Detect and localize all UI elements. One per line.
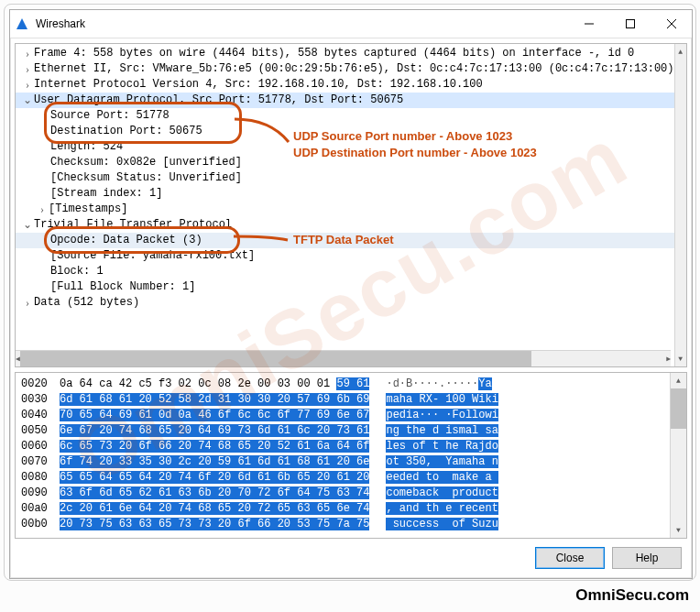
minimize-button[interactable] xyxy=(568,10,609,38)
details-scrollbar-horizontal[interactable]: ◀ ▶ xyxy=(16,350,671,366)
annotation-bubble-tftp xyxy=(44,226,240,254)
hex-offset: 0030 xyxy=(21,392,60,408)
details-scrollbar-vertical[interactable]: ▲ ▼ xyxy=(674,44,686,366)
tree-data[interactable]: ›Data (512 bytes) xyxy=(16,295,674,311)
hex-ascii: ng the d ismal sa xyxy=(386,423,498,439)
hex-line[interactable]: 00606c 65 73 20 6f 66 20 74 68 65 20 52 … xyxy=(21,439,670,454)
tree-tftp-block[interactable]: Block: 1 xyxy=(16,264,674,279)
hex-offset: 0080 xyxy=(21,470,60,486)
hex-scrollbar-vertical[interactable]: ▲ ▼ xyxy=(670,373,686,538)
chevron-down-icon[interactable]: ⌄ xyxy=(21,93,34,108)
packet-details-pane[interactable]: ›Frame 4: 558 bytes on wire (4464 bits),… xyxy=(15,43,687,367)
tree-text: Checksum: 0x082e [unverified] xyxy=(50,155,242,170)
hex-offset: 00a0 xyxy=(21,501,60,517)
annotation-tail-icon xyxy=(233,227,297,255)
hex-bytes: 65 65 64 65 64 20 74 6f 20 6d 61 6b 65 2… xyxy=(60,470,369,486)
chevron-down-icon[interactable]: ⌄ xyxy=(21,217,34,233)
hex-offset: 0070 xyxy=(21,454,60,470)
maximize-button[interactable] xyxy=(609,10,651,38)
hex-bytes: 20 73 75 63 63 65 73 73 20 6f 66 20 53 7… xyxy=(60,517,369,532)
tree-udp-stream-index[interactable]: [Stream index: 1] xyxy=(16,186,674,202)
scroll-down-icon[interactable]: ▼ xyxy=(675,351,686,366)
close-button[interactable] xyxy=(651,10,692,38)
tree-text: [Full Block Number: 1] xyxy=(50,279,195,295)
annotation-tail-icon xyxy=(234,110,298,156)
tree-udp-timestamps[interactable]: ›[Timestamps] xyxy=(16,202,674,217)
chevron-right-icon[interactable]: › xyxy=(21,46,34,61)
hex-line[interactable]: 008065 65 64 65 64 20 74 6f 20 6d 61 6b … xyxy=(21,470,670,486)
scroll-track[interactable] xyxy=(671,388,686,522)
titlebar: Wireshark xyxy=(10,10,692,38)
hex-line[interactable]: 004070 65 64 69 61 0d 0a 46 6f 6c 6c 6f … xyxy=(21,408,670,423)
tree-text: [Checksum Status: Unverified] xyxy=(50,170,242,186)
wireshark-window: Wireshark ›Frame 4: 558 bytes on wire (4… xyxy=(9,9,693,579)
hex-line[interactable]: 00506e 67 20 74 68 65 20 64 69 73 6d 61 … xyxy=(21,423,670,439)
scroll-right-icon[interactable]: ▶ xyxy=(666,351,671,366)
hex-offset: 0060 xyxy=(21,439,60,454)
hex-offset: 0020 xyxy=(21,377,60,392)
scroll-up-icon[interactable]: ▲ xyxy=(675,44,686,60)
tree-text: Ethernet II, Src: VMware_5b:76:e5 (00:0c… xyxy=(34,61,674,77)
hex-line[interactable]: 00b020 73 75 63 63 65 73 73 20 6f 66 20 … xyxy=(21,517,670,532)
hex-line[interactable]: 00706f 74 20 33 35 30 2c 20 59 61 6d 61 … xyxy=(21,454,670,470)
svg-rect-2 xyxy=(626,20,634,28)
hex-bytes: 70 65 64 69 61 0d 0a 46 6f 6c 6c 6f 77 6… xyxy=(60,408,369,423)
hex-bytes: 2c 20 61 6e 64 20 74 68 65 20 72 65 63 6… xyxy=(60,501,369,517)
annotation-text-udp-dst: UDP Destination Port number - Above 1023 xyxy=(293,145,537,161)
hex-bytes: 6c 65 73 20 6f 66 20 74 68 65 20 52 61 6… xyxy=(60,439,369,454)
branding-text: OmniSecu.com xyxy=(575,586,689,605)
packet-tree[interactable]: ›Frame 4: 558 bytes on wire (4464 bits),… xyxy=(16,44,674,366)
tree-text: Internet Protocol Version 4, Src: 192.16… xyxy=(34,77,483,93)
hex-ascii: les of t he Rajdo xyxy=(386,439,498,454)
annotation-bubble-udp-ports xyxy=(44,102,242,144)
tree-udp-checksum-status[interactable]: [Checksum Status: Unverified] xyxy=(16,170,674,186)
hex-ascii: ·d·B····.·····Ya xyxy=(386,377,491,392)
hex-line[interactable]: 009063 6f 6d 65 62 61 63 6b 20 70 72 6f … xyxy=(21,486,670,501)
hex-offset: 0050 xyxy=(21,423,60,439)
tree-tftp-full-block[interactable]: [Full Block Number: 1] xyxy=(16,279,674,295)
hex-line[interactable]: 00306d 61 68 61 20 52 58 2d 31 30 30 20 … xyxy=(21,392,670,408)
hex-line[interactable]: 00200a 64 ca 42 c5 f3 02 0c 08 2e 00 03 … xyxy=(21,377,670,392)
annotation-text-udp-src: UDP Source Port number - Above 1023 xyxy=(293,128,512,145)
tree-text: [Timestamps] xyxy=(49,202,127,217)
chevron-right-icon[interactable]: › xyxy=(21,77,34,93)
svg-marker-0 xyxy=(16,18,27,29)
hex-offset: 00b0 xyxy=(21,517,60,532)
help-button[interactable]: Help xyxy=(612,547,682,569)
hex-offset: 0040 xyxy=(21,408,60,423)
close-dialog-button[interactable]: Close xyxy=(535,547,605,569)
hex-bytes: 6f 74 20 33 35 30 2c 20 59 61 6d 61 68 6… xyxy=(60,454,369,470)
tree-text: Data (512 bytes) xyxy=(34,295,139,311)
dialog-buttons: Close Help xyxy=(15,543,687,573)
chevron-right-icon[interactable]: › xyxy=(21,295,34,311)
hex-ascii: , and th e recent xyxy=(386,501,498,517)
tree-ip[interactable]: ›Internet Protocol Version 4, Src: 192.1… xyxy=(16,77,674,93)
hex-bytes: 0a 64 ca 42 c5 f3 02 0c 08 2e 00 03 00 0… xyxy=(60,377,369,392)
chevron-right-icon[interactable]: › xyxy=(36,202,49,217)
hex-body[interactable]: 00200a 64 ca 42 c5 f3 02 0c 08 2e 00 03 … xyxy=(16,373,670,538)
scroll-up-icon[interactable]: ▲ xyxy=(671,373,686,388)
tree-text: [Stream index: 1] xyxy=(50,186,162,202)
chevron-right-icon[interactable]: › xyxy=(21,61,34,77)
scroll-thumb[interactable] xyxy=(671,388,686,429)
app-title: Wireshark xyxy=(36,17,85,30)
hex-ascii: pedia··· ·Followi xyxy=(386,408,498,423)
hex-dump-pane[interactable]: 00200a 64 ca 42 c5 f3 02 0c 08 2e 00 03 … xyxy=(15,372,687,539)
tree-text: Frame 4: 558 bytes on wire (4464 bits), … xyxy=(34,46,634,61)
hex-ascii: maha RX- 100 Wiki xyxy=(386,392,498,408)
scroll-track[interactable] xyxy=(675,60,686,351)
hex-ascii: eeded to make a xyxy=(386,470,498,486)
hex-line[interactable]: 00a02c 20 61 6e 64 20 74 68 65 20 72 65 … xyxy=(21,501,670,517)
hex-offset: 0090 xyxy=(21,486,60,501)
hex-ascii: success of Suzu xyxy=(386,517,498,532)
tree-frame[interactable]: ›Frame 4: 558 bytes on wire (4464 bits),… xyxy=(16,46,674,61)
scroll-track[interactable] xyxy=(531,351,667,366)
window-controls xyxy=(568,10,692,38)
tree-ethernet[interactable]: ›Ethernet II, Src: VMware_5b:76:e5 (00:0… xyxy=(16,61,674,77)
tree-text: Block: 1 xyxy=(50,264,104,279)
scroll-down-icon[interactable]: ▼ xyxy=(671,522,686,538)
scroll-thumb[interactable] xyxy=(20,351,531,366)
hex-ascii: ot 350, Yamaha n xyxy=(386,454,498,470)
hex-bytes: 6e 67 20 74 68 65 20 64 69 73 6d 61 6c 2… xyxy=(60,423,369,439)
hex-bytes: 63 6f 6d 65 62 61 63 6b 20 70 72 6f 64 7… xyxy=(60,486,369,501)
